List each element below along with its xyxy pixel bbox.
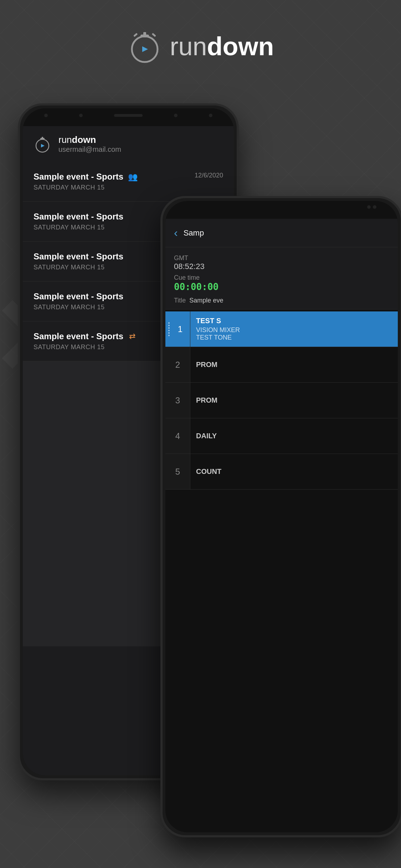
svg-marker-9 — [41, 144, 45, 148]
group-icon: 👥 — [128, 172, 138, 181]
sync-icon: ⇄ — [129, 332, 135, 341]
phone-camera-row — [44, 112, 212, 119]
detail-title: Samp — [184, 228, 204, 238]
drag-dots-1 — [168, 322, 170, 336]
svg-rect-8 — [42, 137, 43, 139]
logo-area: rundown — [0, 29, 401, 64]
header-stopwatch-icon — [34, 135, 51, 153]
detail-header: ‹ Samp — [165, 219, 398, 247]
cue-time: 00:00:00 — [174, 281, 389, 292]
user-email: usermail@mail.com — [58, 145, 223, 154]
rundown-table: 1 TEST S VISION MIXERTEST TONE 2 PROM 3 … — [165, 311, 398, 811]
event-title-5: Sample event - Sports — [34, 331, 123, 341]
svg-marker-5 — [142, 46, 148, 52]
app-name: rundown — [58, 134, 223, 145]
title-row: Title Sample eve — [165, 292, 398, 310]
row-main-title-5: COUNT — [196, 467, 392, 476]
stopwatch-icon — [127, 29, 163, 64]
row-sub-title-1: VISION MIXERTEST TONE — [196, 326, 392, 341]
rundown-row-5[interactable]: 5 COUNT — [165, 454, 398, 490]
row-number-1: 1 — [165, 311, 190, 347]
gmt-label: GMT — [174, 254, 389, 262]
row-number-4: 4 — [165, 418, 190, 454]
row-content-4: DAILY — [190, 418, 398, 454]
svg-rect-4 — [152, 33, 156, 37]
phone-front: ‹ Samp GMT 08:52:23 Cue time 00:00:00 Ti… — [160, 196, 401, 837]
cue-label: Cue time — [174, 274, 389, 281]
camera-dot-3 — [174, 114, 178, 117]
camera2-dot-1 — [367, 205, 371, 209]
camera2-dot-2 — [373, 205, 376, 209]
row-main-title-1: TEST S — [196, 317, 392, 325]
rundown-row-1[interactable]: 1 TEST S VISION MIXERTEST TONE — [165, 311, 398, 347]
row-content-5: COUNT — [190, 454, 398, 489]
row-main-title-4: DAILY — [196, 432, 392, 440]
gmt-time: 08:52:23 — [174, 262, 389, 271]
event-date-right-1: 12/6/2020 — [195, 172, 223, 179]
phone-speaker — [114, 114, 143, 117]
row-content-1: TEST S VISION MIXERTEST TONE — [190, 311, 398, 347]
title-field-value: Sample eve — [189, 297, 223, 304]
camera-dot-4 — [209, 114, 212, 117]
row-main-title-2: PROM — [196, 361, 392, 369]
phone2-camera — [367, 205, 376, 209]
svg-rect-2 — [143, 32, 146, 36]
svg-rect-3 — [133, 33, 138, 37]
app-header-text: rundown usermail@mail.com — [58, 134, 223, 154]
rundown-row-3[interactable]: 3 PROM — [165, 383, 398, 418]
camera-dot-2 — [79, 114, 83, 117]
row-number-3: 3 — [165, 383, 190, 418]
logo-text: rundown — [170, 32, 274, 61]
row-number-5: 5 — [165, 454, 190, 489]
row-content-2: PROM — [190, 347, 398, 382]
event-title-1: Sample event - Sports — [34, 172, 123, 181]
event-date-1: SATURDAY MARCH 15 — [34, 184, 223, 191]
row-number-2: 2 — [165, 347, 190, 382]
row-content-3: PROM — [190, 383, 398, 418]
camera-dot-1 — [44, 114, 48, 117]
row-main-title-3: PROM — [196, 396, 392, 404]
title-field-label: Title — [174, 297, 186, 304]
app-header: rundown usermail@mail.com — [23, 126, 234, 162]
rundown-row-2[interactable]: 2 PROM — [165, 347, 398, 383]
rundown-row-4[interactable]: 4 DAILY — [165, 418, 398, 454]
back-button[interactable]: ‹ — [174, 226, 178, 239]
